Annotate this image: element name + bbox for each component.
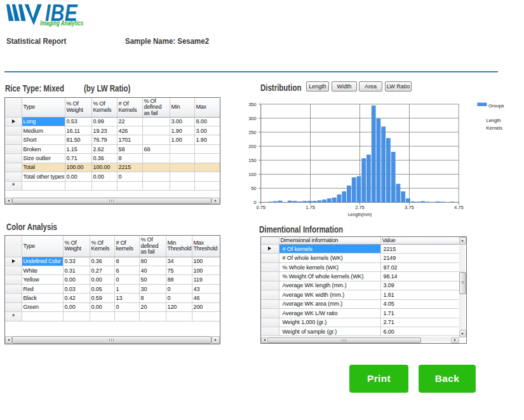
svg-text:3.75: 3.75	[405, 205, 414, 210]
svg-text:0.75: 0.75	[256, 205, 265, 210]
svg-text:50: 50	[251, 186, 256, 191]
svg-text:1.75: 1.75	[306, 205, 315, 210]
svg-text:Length: Length	[487, 118, 501, 123]
svg-text:2.75: 2.75	[355, 205, 365, 210]
svg-text:100: 100	[248, 172, 257, 177]
svg-text:350: 350	[248, 102, 257, 107]
svg-text:4.75: 4.75	[454, 205, 464, 210]
svg-text:250: 250	[248, 130, 257, 135]
svg-text:Length(mm): Length(mm)	[348, 212, 372, 217]
svg-text:Kernels: Kernels	[487, 125, 503, 131]
svg-text:300: 300	[248, 116, 257, 121]
svg-text:200: 200	[248, 144, 257, 149]
svg-text:150: 150	[248, 158, 257, 163]
svg-text:Imaging Analytics: Imaging Analytics	[40, 20, 83, 27]
svg-text:Groups: Groups	[488, 103, 504, 109]
